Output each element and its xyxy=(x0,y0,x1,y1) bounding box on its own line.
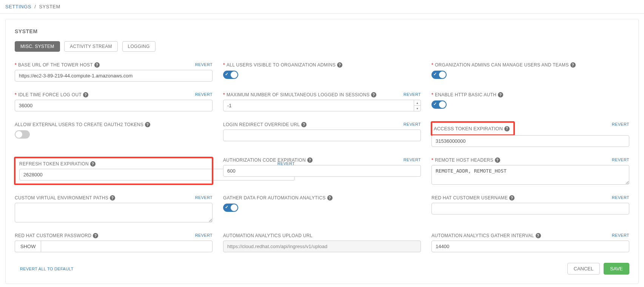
help-icon[interactable]: ? xyxy=(495,157,500,163)
label-all-users-visible: ALL USERS VISIBLE TO ORGANIZATION ADMINS xyxy=(226,62,336,68)
label-analytics-upload-url: AUTOMATION ANALYTICS UPLOAD URL xyxy=(223,233,313,238)
help-icon[interactable]: ? xyxy=(371,92,376,97)
revert-remote-host-headers[interactable]: REVERT xyxy=(612,157,629,162)
system-panel: SYSTEM MISC. SYSTEM ACTIVITY STREAM LOGG… xyxy=(5,19,639,284)
label-rh-username: RED HAT CUSTOMER USERNAME xyxy=(431,195,508,201)
revert-base-url[interactable]: REVERT xyxy=(195,62,213,67)
toggle-gather-data[interactable]: ✓ xyxy=(223,204,238,212)
field-idle-time: * IDLE TIME FORCE LOG OUT ? REVERT xyxy=(15,92,213,111)
revert-auth-code-exp[interactable]: REVERT xyxy=(404,157,421,162)
spinner-down-icon[interactable]: ▼ xyxy=(414,106,421,111)
field-access-token-exp: ACCESS TOKEN EXPIRATION ? REVERT xyxy=(431,122,629,147)
toggle-allow-external-oauth[interactable] xyxy=(15,130,30,139)
field-custom-venv: CUSTOM VIRTUAL ENVIRONMENT PATHS ? REVER… xyxy=(15,195,213,222)
revert-max-sessions[interactable]: REVERT xyxy=(404,92,421,97)
field-analytics-interval: AUTOMATION ANALYTICS GATHER INTERVAL ? R… xyxy=(431,233,629,252)
input-access-token-exp[interactable] xyxy=(431,135,629,147)
tabs: MISC. SYSTEM ACTIVITY STREAM LOGGING xyxy=(15,41,629,52)
revert-custom-venv[interactable]: REVERT xyxy=(195,195,213,200)
panel-title: SYSTEM xyxy=(15,28,629,34)
revert-idle-time[interactable]: REVERT xyxy=(195,92,213,97)
revert-rh-username[interactable]: REVERT xyxy=(612,195,629,200)
help-icon[interactable]: ? xyxy=(570,62,576,68)
label-access-token-exp: ACCESS TOKEN EXPIRATION xyxy=(434,126,503,131)
form-grid: * BASE URL OF THE TOWER HOST ? REVERT * … xyxy=(15,62,629,252)
help-icon[interactable]: ? xyxy=(307,157,313,163)
field-allow-external-oauth: ALLOW EXTERNAL USERS TO CREATE OAUTH2 TO… xyxy=(15,122,213,147)
revert-rh-password[interactable]: REVERT xyxy=(195,233,213,238)
field-remote-host-headers: * REMOTE HOST HEADERS ? REVERT REMOTE_AD… xyxy=(431,157,629,185)
label-remote-host-headers: REMOTE HOST HEADERS xyxy=(435,157,493,163)
revert-refresh-token-exp[interactable]: REVERT xyxy=(277,161,295,166)
help-icon[interactable]: ? xyxy=(94,62,100,68)
label-org-admins-manage: ORGANIZATION ADMINS CAN MANAGE USERS AND… xyxy=(435,62,569,68)
field-base-url: * BASE URL OF THE TOWER HOST ? REVERT xyxy=(15,62,213,82)
help-icon[interactable]: ? xyxy=(337,62,342,68)
breadcrumb-settings[interactable]: SETTINGS xyxy=(5,4,31,9)
help-icon[interactable]: ? xyxy=(301,122,307,127)
revert-all-to-default[interactable]: REVERT ALL TO DEFAULT xyxy=(20,267,74,271)
label-enable-http-basic: ENABLE HTTP BASIC AUTH xyxy=(435,92,496,97)
field-all-users-visible: * ALL USERS VISIBLE TO ORGANIZATION ADMI… xyxy=(223,62,421,82)
revert-analytics-interval[interactable]: REVERT xyxy=(612,233,629,238)
required-marker: * xyxy=(223,92,225,97)
show-password-button[interactable]: SHOW xyxy=(15,241,41,252)
help-icon[interactable]: ? xyxy=(83,92,88,97)
input-analytics-upload-url xyxy=(223,241,421,252)
toggle-all-users-visible[interactable]: ✓ xyxy=(223,71,238,79)
field-enable-http-basic: * ENABLE HTTP BASIC AUTH ? ✓ xyxy=(431,92,629,111)
help-icon[interactable]: ? xyxy=(536,233,541,238)
required-marker: * xyxy=(431,92,433,97)
help-icon[interactable]: ? xyxy=(110,195,115,201)
input-analytics-interval[interactable] xyxy=(431,241,629,252)
revert-login-redirect[interactable]: REVERT xyxy=(404,122,421,127)
input-base-url[interactable] xyxy=(15,70,213,82)
breadcrumb: SETTINGS / SYSTEM xyxy=(0,0,644,14)
toggle-enable-http-basic[interactable]: ✓ xyxy=(431,100,447,109)
field-auth-code-exp: AUTHORIZATION CODE EXPIRATION ? REVERT xyxy=(223,157,421,185)
tab-activity-stream[interactable]: ACTIVITY STREAM xyxy=(64,41,118,52)
input-rh-username[interactable] xyxy=(431,203,629,214)
tab-logging[interactable]: LOGGING xyxy=(122,41,156,52)
help-icon[interactable]: ? xyxy=(90,161,96,167)
textarea-remote-host-headers[interactable]: REMOTE_ADDR, REMOTE_HOST xyxy=(431,165,629,185)
save-button[interactable]: SAVE xyxy=(604,263,629,275)
textarea-custom-venv[interactable] xyxy=(15,203,213,222)
input-login-redirect[interactable] xyxy=(223,130,421,141)
field-analytics-upload-url: AUTOMATION ANALYTICS UPLOAD URL xyxy=(223,233,421,252)
field-rh-password: RED HAT CUSTOMER PASSWORD ? REVERT SHOW xyxy=(15,233,213,252)
check-icon: ✓ xyxy=(225,205,228,210)
required-marker: * xyxy=(15,62,17,68)
help-icon[interactable]: ? xyxy=(498,92,503,97)
label-allow-external-oauth: ALLOW EXTERNAL USERS TO CREATE OAUTH2 TO… xyxy=(15,122,143,127)
field-org-admins-manage: * ORGANIZATION ADMINS CAN MANAGE USERS A… xyxy=(431,62,629,82)
cancel-button[interactable]: CANCEL xyxy=(567,263,600,275)
spinner-buttons: ▲ ▼ xyxy=(414,100,421,111)
check-icon: ✓ xyxy=(225,72,228,77)
input-max-sessions[interactable] xyxy=(223,100,421,111)
tab-misc-system[interactable]: MISC. SYSTEM xyxy=(15,41,60,52)
required-marker: * xyxy=(431,62,433,68)
input-idle-time[interactable] xyxy=(15,100,213,111)
breadcrumb-system: SYSTEM xyxy=(39,4,60,9)
help-icon[interactable]: ? xyxy=(509,195,515,201)
revert-access-token-exp[interactable]: REVERT xyxy=(612,122,629,127)
breadcrumb-separator: / xyxy=(34,4,36,9)
check-icon: ✓ xyxy=(433,72,437,77)
input-rh-password[interactable] xyxy=(41,241,213,252)
label-analytics-interval: AUTOMATION ANALYTICS GATHER INTERVAL xyxy=(431,233,534,238)
field-login-redirect: LOGIN REDIRECT OVERRIDE URL ? REVERT xyxy=(223,122,421,147)
help-icon[interactable]: ? xyxy=(145,122,150,127)
help-icon[interactable]: ? xyxy=(504,126,510,131)
help-icon[interactable]: ? xyxy=(93,233,98,238)
label-custom-venv: CUSTOM VIRTUAL ENVIRONMENT PATHS xyxy=(15,195,108,201)
label-rh-password: RED HAT CUSTOMER PASSWORD xyxy=(15,233,91,238)
check-icon: ✓ xyxy=(433,102,437,106)
required-marker: * xyxy=(431,157,433,163)
input-auth-code-exp[interactable] xyxy=(223,165,421,177)
spinner-up-icon[interactable]: ▲ xyxy=(414,100,421,106)
toggle-org-admins-manage[interactable]: ✓ xyxy=(431,71,447,79)
help-icon[interactable]: ? xyxy=(327,195,333,201)
label-refresh-token-exp: REFRESH TOKEN EXPIRATION xyxy=(19,161,89,167)
label-login-redirect: LOGIN REDIRECT OVERRIDE URL xyxy=(223,122,300,127)
